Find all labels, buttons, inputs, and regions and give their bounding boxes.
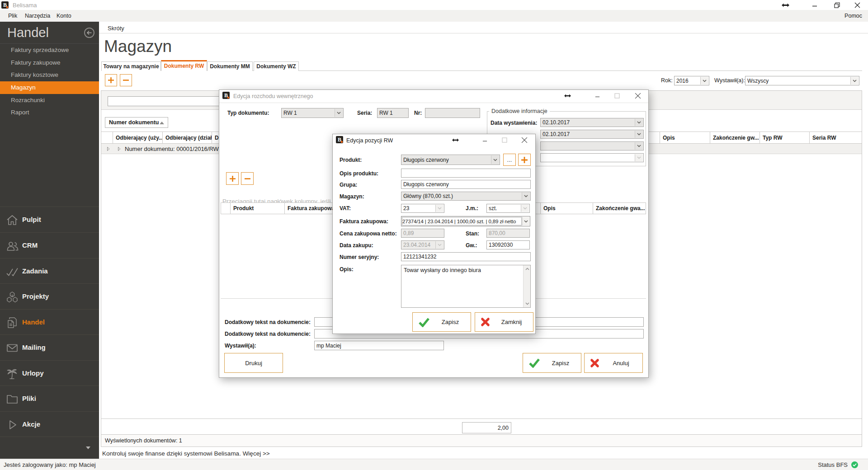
plus-icon <box>521 156 528 164</box>
dlg-wystawil-input[interactable]: mp Maciej <box>314 341 444 350</box>
col-expander[interactable] <box>101 132 113 143</box>
numer-seryjny-label: Numer seryjny: <box>340 254 379 260</box>
menu-narzedzia[interactable]: Narzędzia <box>25 13 50 19</box>
rok-label: Rok: <box>661 77 673 84</box>
col-opis[interactable]: Opis <box>660 132 710 143</box>
col-odbierajacy-uzy[interactable]: Odbierający (uży... <box>113 132 163 143</box>
sidebar-nav-pulpit[interactable]: Pulpit <box>0 207 99 232</box>
textarea-scrollbar[interactable] <box>523 265 530 307</box>
rok-select[interactable]: 2016 <box>674 76 709 85</box>
gw-input[interactable]: 13092030 <box>486 240 530 249</box>
group-panel-button[interactable]: Numer dokumentu <box>105 117 168 128</box>
produkt-select[interactable]: Długopis czerwony <box>401 155 500 165</box>
dlg-col-zakonczenie[interactable]: Zakończenie gwa... <box>593 203 646 214</box>
gw-label: Gw.: <box>466 242 477 249</box>
sidebar-nav-pliki[interactable]: Pliki <box>0 385 99 411</box>
dodatkowe-row3-select[interactable] <box>540 141 644 150</box>
faktura-zakupowa-select[interactable]: 27374/14 | 23.04.2014 | 1000,00 szt. | 0… <box>401 216 530 226</box>
group-expand-icon <box>118 147 121 151</box>
data-zakupu-label: Data zakupu: <box>340 242 373 249</box>
window-title: Belisama <box>13 2 37 9</box>
data-wystawienia-label: Data wystawienia: <box>491 120 537 126</box>
dialog-poz-zamknij-button[interactable]: Zamknij <box>475 312 533 332</box>
menu-konto[interactable]: Konto <box>57 13 71 19</box>
stan-label: Stan: <box>466 230 479 237</box>
tab-towary-na-magazynie[interactable]: Towary na magazynie <box>101 61 161 71</box>
tab-dokumenty-rw[interactable]: Dokumenty RW <box>161 60 207 71</box>
sidebar-nav-urlopy[interactable]: Urlopy <box>0 360 99 385</box>
minus-icon <box>123 77 129 84</box>
menu-pomoc[interactable]: Pomoc <box>844 13 862 19</box>
produkt-label: Produkt: <box>340 157 362 163</box>
col-odbierajacy-dzial[interactable]: Odbierający (dział) <box>163 132 212 143</box>
sidebar-item-faktury-kosztowe[interactable]: Faktury kosztowe <box>0 69 99 81</box>
sidebar-nav-handel[interactable]: Handel <box>0 309 99 334</box>
promo-text[interactable]: Kontroluj swoje finanse dzięki systemowi… <box>102 450 270 457</box>
nr-input[interactable] <box>425 108 480 118</box>
sidebar-item-faktury-zakupowe[interactable]: Faktury zakupowe <box>0 56 99 69</box>
dodatkowe-row2-select[interactable]: 02.10.2017 <box>540 130 644 139</box>
sidebar-collapse-button[interactable] <box>84 28 94 38</box>
opis-textarea[interactable]: Towar wysłany do innego biura <box>401 265 531 308</box>
dialog-poz-minimize-button[interactable] <box>481 136 488 144</box>
dialog-rw-arrange-icon[interactable] <box>563 93 571 99</box>
produkt-browse-button[interactable]: ... <box>503 154 516 166</box>
topbar-divider <box>99 33 868 33</box>
tab-dokumenty-mm[interactable]: Dokumenty MM <box>207 61 253 71</box>
seria-input[interactable]: RW 1 <box>377 108 409 118</box>
arrange-window-icon[interactable] <box>781 1 789 9</box>
tab-dokumenty-wz[interactable]: Dokumenty WZ <box>254 61 299 71</box>
dlg-col-opis[interactable]: Opis <box>541 203 593 214</box>
magazyn-label: Magazyn: <box>340 193 364 200</box>
opis-produktu-input[interactable] <box>401 169 531 178</box>
dialog-rw-anuluj-button[interactable]: Anuluj <box>584 353 643 373</box>
sidebar-item-magazyn[interactable]: Magazyn <box>0 81 99 94</box>
add-document-button[interactable] <box>105 74 117 86</box>
data-wystawienia-select[interactable]: 02.10.2017 <box>540 118 644 127</box>
remove-document-button[interactable] <box>120 74 132 86</box>
minimize-button[interactable] <box>811 1 818 9</box>
grupa-input[interactable]: Długopis czerwony <box>401 180 531 189</box>
produkt-add-button[interactable] <box>518 154 531 166</box>
close-button[interactable] <box>854 1 861 9</box>
dialog-rw-maximize-button[interactable] <box>613 92 621 99</box>
stan-input: 870,00 <box>486 229 530 238</box>
documents-icon <box>6 316 19 329</box>
col-seria-rw[interactable]: Seria RW <box>810 132 862 143</box>
magazyn-select[interactable]: Główny (870,00 szt.) <box>401 192 531 201</box>
chevron-down-icon <box>435 241 443 249</box>
menu-plik[interactable]: Plik <box>8 13 17 19</box>
col-zakonczenie-gw[interactable]: Zakończenie gw... <box>710 132 760 143</box>
drukuj-button[interactable]: Drukuj <box>224 353 283 373</box>
dlg-col-produkt[interactable]: Produkt <box>231 203 285 214</box>
remove-position-button[interactable] <box>241 172 254 185</box>
sidebar-nav-zadania[interactable]: Zadania <box>0 258 99 283</box>
sidebar-item-faktury-sprzedazowe[interactable]: Faktury sprzedażowe <box>0 44 99 56</box>
dialog-poz-close-button[interactable] <box>520 136 528 144</box>
sidebar-item-raport[interactable]: Raport <box>0 106 99 119</box>
dialog-poz-zapisz-button[interactable]: Zapisz <box>412 312 471 332</box>
dlg-col-expander[interactable] <box>221 203 231 214</box>
sidebar-item-rozrachunki[interactable]: Rozrachunki <box>0 94 99 107</box>
wystawil-select[interactable]: Wszyscy <box>745 76 859 85</box>
sidebar-nav-crm[interactable]: CRM <box>0 232 99 258</box>
dialog-poz-maximize-button[interactable] <box>501 136 508 144</box>
typ-dokumentu-select[interactable]: RW 1 <box>281 108 344 118</box>
dialog-poz-arrange-icon[interactable] <box>451 137 459 143</box>
restore-button[interactable] <box>833 1 840 9</box>
dialog-rw-zapisz-button[interactable]: Zapisz <box>523 353 581 373</box>
chevron-down-icon <box>522 193 530 200</box>
add-position-button[interactable] <box>226 172 239 185</box>
sidebar-nav-projekty[interactable]: Projekty <box>0 283 99 309</box>
col-typ-rw[interactable]: Typ RW <box>760 132 810 143</box>
dodatkowe-row4-select[interactable] <box>540 153 644 162</box>
sidebar-nav-mailing[interactable]: Mailing <box>0 334 99 360</box>
dialog-poz-title: Edycja pozycji RW <box>346 137 393 144</box>
dialog-rw-minimize-button[interactable] <box>594 92 601 99</box>
shortcuts-tab[interactable]: Skróty <box>108 25 124 32</box>
sidebar-more-button[interactable] <box>83 445 94 451</box>
numer-seryjny-input[interactable]: 12121341232 <box>401 252 531 261</box>
check-icon <box>528 358 540 368</box>
sidebar-nav-akcje[interactable]: Akcje <box>0 411 99 437</box>
dialog-rw-close-button[interactable] <box>634 92 642 100</box>
